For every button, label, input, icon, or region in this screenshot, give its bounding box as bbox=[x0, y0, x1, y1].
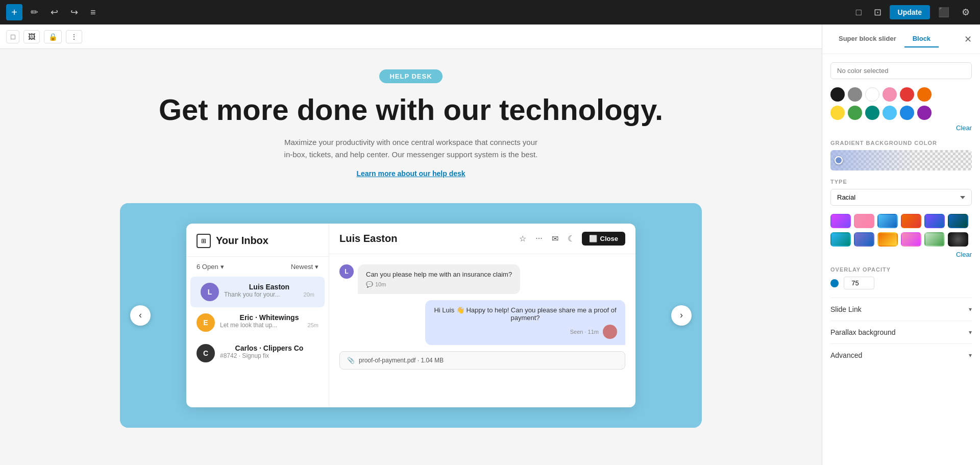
panel-close-button[interactable]: ✕ bbox=[964, 34, 972, 45]
inbox-item-1-name: Luis Easton bbox=[224, 283, 314, 291]
advanced-header[interactable]: Advanced ▾ bbox=[830, 351, 972, 359]
message-row-2: Hi Luis 👋 Happy to help! Can you please … bbox=[339, 300, 625, 345]
block-square-button[interactable]: □ bbox=[6, 30, 19, 43]
toggle-button[interactable]: ⬛ bbox=[934, 5, 953, 20]
gradient-preset-6[interactable] bbox=[948, 214, 968, 228]
gradient-preset-8[interactable] bbox=[854, 232, 874, 247]
clear-gradient-button[interactable]: Clear bbox=[956, 251, 972, 258]
slide-link-label: Slide Link bbox=[830, 305, 862, 313]
swatch-teal[interactable] bbox=[865, 106, 879, 120]
inbox-item-2-name: Eric · Whitewings bbox=[220, 313, 318, 322]
avatar-eric: E bbox=[197, 313, 215, 332]
swatch-red[interactable] bbox=[900, 87, 914, 102]
gradient-presets-row1 bbox=[830, 214, 972, 228]
panel-tabs: Super block slider Block bbox=[830, 31, 939, 47]
settings-button[interactable]: ⚙ bbox=[958, 5, 974, 20]
slider-prev-button[interactable]: ‹ bbox=[130, 305, 151, 326]
sub-text: Maximize your productivity with once cen… bbox=[283, 136, 538, 161]
gradient-preset-4[interactable] bbox=[901, 214, 921, 228]
external-button[interactable]: ⊡ bbox=[870, 5, 886, 20]
opacity-label: OVERLAY OPACITY bbox=[830, 266, 972, 273]
gradient-handle[interactable] bbox=[835, 156, 843, 164]
star-button[interactable]: ☆ bbox=[517, 232, 528, 246]
gradient-preset-7[interactable] bbox=[830, 232, 851, 247]
swatch-pink[interactable] bbox=[883, 87, 897, 102]
open-filter-button[interactable]: 6 Open ▾ bbox=[197, 263, 224, 271]
gradient-preset-3[interactable] bbox=[877, 214, 898, 228]
update-button[interactable]: Update bbox=[890, 5, 930, 19]
agent-avatar bbox=[603, 325, 617, 339]
type-label: TYPE bbox=[830, 179, 972, 185]
gradient-preset-11[interactable] bbox=[924, 232, 945, 247]
tab-slider[interactable]: Super block slider bbox=[830, 31, 904, 47]
block-image-button[interactable]: 🖼 bbox=[23, 30, 40, 43]
tab-block[interactable]: Block bbox=[904, 31, 939, 47]
menu-button[interactable]: ≡ bbox=[86, 5, 100, 20]
swatch-yellow[interactable] bbox=[830, 106, 845, 120]
type-section: TYPE Racial Linear Radial bbox=[830, 179, 972, 206]
panel-header: Super block slider Block ✕ bbox=[822, 25, 980, 54]
mute-button[interactable]: ☾ bbox=[566, 232, 577, 246]
swatch-gray[interactable] bbox=[848, 87, 862, 102]
inbox-item-3[interactable]: C Carlos · Clippers Co #8742 · Signup fi… bbox=[186, 338, 329, 369]
accordion-parallax: Parallax background ▾ bbox=[830, 321, 972, 344]
help-badge: HELP DESK bbox=[379, 69, 442, 83]
type-select[interactable]: Racial Linear Radial bbox=[830, 189, 972, 206]
right-panel: Super block slider Block ✕ bbox=[822, 25, 980, 465]
redo-button[interactable]: ↪ bbox=[66, 5, 82, 20]
view-button[interactable]: □ bbox=[852, 5, 866, 20]
parallax-arrow: ▾ bbox=[969, 329, 972, 336]
add-block-button[interactable]: + bbox=[6, 4, 22, 20]
advanced-arrow: ▾ bbox=[969, 352, 972, 359]
inbox-item-1-time: 20m bbox=[304, 291, 314, 298]
slide-link-header[interactable]: Slide Link ▾ bbox=[830, 305, 972, 313]
gradient-preset-9[interactable] bbox=[877, 232, 898, 247]
block-lock-button[interactable]: 🔒 bbox=[44, 30, 62, 43]
swatch-blue[interactable] bbox=[900, 106, 914, 120]
message-1-text: Can you please help me with an insurance… bbox=[366, 271, 512, 278]
message-avatar-1: L bbox=[339, 264, 354, 279]
gradient-preset-12[interactable] bbox=[948, 232, 968, 247]
pencil-button[interactable]: ✏ bbox=[27, 5, 42, 20]
swatch-black[interactable] bbox=[830, 87, 845, 102]
swatch-blue-light[interactable] bbox=[883, 106, 897, 120]
message-2-seen: Seen · 11m bbox=[570, 329, 599, 335]
gradient-preset-5[interactable] bbox=[924, 214, 945, 228]
inbox-item-3-content: Carlos · Clippers Co #8742 · Signup fix bbox=[220, 344, 318, 359]
swatch-white[interactable] bbox=[865, 87, 879, 102]
inbox-filters: 6 Open ▾ Newest ▾ bbox=[186, 257, 329, 277]
inbox-item-2-text: Let me look that up... bbox=[220, 322, 277, 329]
more-button[interactable]: ··· bbox=[533, 232, 544, 245]
swatch-orange[interactable] bbox=[917, 87, 932, 102]
undo-button[interactable]: ↩ bbox=[46, 5, 62, 20]
opacity-dot bbox=[830, 279, 839, 287]
parallax-label: Parallax background bbox=[830, 328, 896, 336]
panel-content: Clear GRADIENT BACKGROUND COLOR TYPE Rac… bbox=[822, 54, 980, 375]
block-more-button[interactable]: ⋮ bbox=[66, 30, 82, 43]
gradient-preview[interactable] bbox=[830, 150, 972, 170]
opacity-input[interactable] bbox=[844, 277, 874, 289]
color-swatches-row2 bbox=[830, 106, 972, 120]
color-text-input[interactable] bbox=[830, 62, 972, 79]
parallax-header[interactable]: Parallax background ▾ bbox=[830, 328, 972, 336]
inbox-item-2[interactable]: E Eric · Whitewings Let me look that up.… bbox=[186, 307, 329, 338]
slider-next-button[interactable]: › bbox=[671, 305, 692, 326]
gradient-preset-1[interactable] bbox=[830, 214, 851, 228]
close-chat-button[interactable]: ⬜ Close bbox=[582, 232, 625, 246]
inbox-item-3-preview: #8742 · Signup fix bbox=[220, 352, 318, 359]
opacity-row bbox=[830, 277, 972, 289]
sort-filter-button[interactable]: Newest ▾ bbox=[291, 263, 318, 271]
inbox-item-1[interactable]: L Luis Easton Thank you for your... 20m bbox=[190, 277, 325, 307]
message-2-text: Hi Luis 👋 Happy to help! Can you please … bbox=[433, 306, 617, 322]
clear-color-button[interactable]: Clear bbox=[956, 124, 972, 132]
swatch-purple[interactable] bbox=[917, 106, 932, 120]
email-button[interactable]: ✉ bbox=[550, 232, 560, 246]
inbox-item-1-preview: Thank you for your... 20m bbox=[224, 291, 314, 298]
inbox-item-1-text: Thank you for your... bbox=[224, 291, 280, 298]
swatch-green[interactable] bbox=[848, 106, 862, 120]
gradient-preset-2[interactable] bbox=[854, 214, 874, 228]
gradient-preset-10[interactable] bbox=[901, 232, 921, 247]
advanced-label: Advanced bbox=[830, 351, 862, 359]
inbox-item-2-time: 25m bbox=[308, 322, 318, 328]
learn-link[interactable]: Learn more about our help desk bbox=[356, 169, 465, 178]
